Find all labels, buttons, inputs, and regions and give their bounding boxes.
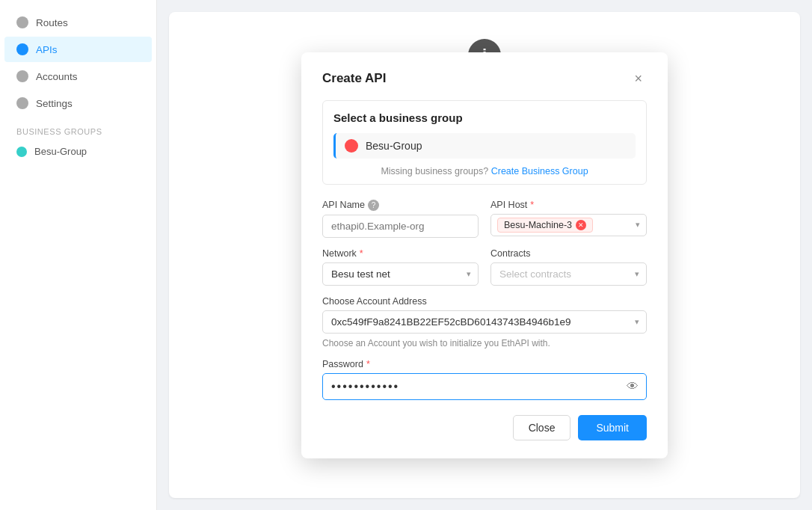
apis-icon [16, 43, 28, 55]
sidebar-item-label: Settings [36, 98, 73, 109]
password-input[interactable] [322, 373, 647, 400]
sidebar-item-apis[interactable]: APIs [4, 37, 152, 62]
api-host-label: API Host * [490, 200, 647, 210]
api-host-tag-remove[interactable]: ✕ [576, 220, 586, 230]
sidebar-item-label: APIs [36, 44, 58, 55]
group-item-label: Besu-Group [34, 146, 87, 157]
modal-title: Create API [322, 71, 386, 86]
api-host-required: * [530, 200, 534, 210]
account-address-label: Choose Account Address [322, 296, 647, 307]
sidebar-section-label: BUSINESS GROUPS [0, 117, 156, 139]
password-required: * [366, 359, 370, 369]
besu-group-icon [16, 147, 27, 157]
account-address-select[interactable]: 0xc549fF9a8241BB22EF52cBD60143743B4946b1… [322, 310, 647, 334]
business-group-name: Besu-Group [366, 140, 422, 152]
modal-footer: Close Submit [322, 415, 647, 440]
api-name-help-icon[interactable]: ? [368, 200, 379, 211]
submit-button[interactable]: Submit [578, 415, 647, 440]
close-button[interactable]: Close [513, 415, 571, 440]
api-name-input[interactable] [322, 215, 479, 238]
business-group-title: Select a business group [333, 111, 636, 124]
missing-groups-hint: Missing business groups? Create Business… [333, 166, 636, 176]
main-content: i Create API × Select a business group B… [157, 0, 812, 510]
sidebar-item-routes[interactable]: Routes [4, 10, 152, 35]
create-business-group-link[interactable]: Create Business Group [491, 166, 588, 176]
sidebar-item-settings[interactable]: Settings [4, 90, 152, 116]
business-group-option[interactable]: Besu-Group [333, 133, 636, 159]
network-select[interactable]: Besu test net [322, 262, 479, 286]
password-row: Password * 👁 [322, 359, 647, 400]
routes-icon [16, 16, 28, 28]
network-field: Network * Besu test net ▾ [322, 248, 479, 286]
sidebar-group-besu[interactable]: Besu-Group [4, 140, 152, 163]
create-api-modal: Create API × Select a business group Bes… [301, 52, 668, 458]
api-host-chevron-icon: ▾ [636, 220, 640, 230]
form-row-network: Network * Besu test net ▾ Contracts [322, 248, 647, 286]
api-name-label: API Name ? [322, 200, 479, 211]
business-group-dot [345, 139, 358, 153]
sidebar-item-accounts[interactable]: Accounts [4, 64, 152, 89]
modal-overlay: Create API × Select a business group Bes… [157, 0, 812, 510]
sidebar: Routes APIs Accounts Settings BUSINESS G… [0, 0, 157, 510]
modal-close-button[interactable]: × [630, 70, 647, 87]
business-group-section: Select a business group Besu-Group Missi… [322, 100, 647, 185]
accounts-icon [16, 70, 28, 82]
password-eye-icon[interactable]: 👁 [627, 380, 639, 393]
settings-icon [16, 97, 28, 109]
form-row-api: API Name ? API Host * Besu-Machine-3 ✕ [322, 200, 647, 238]
api-host-tag: Besu-Machine-3 ✕ [497, 218, 593, 233]
contracts-label: Contracts [490, 248, 647, 259]
contracts-select[interactable]: Select contracts [490, 262, 647, 286]
account-address-select-wrapper: 0xc549fF9a8241BB22EF52cBD60143743B4946b1… [322, 310, 647, 334]
api-name-field: API Name ? [322, 200, 479, 238]
contracts-select-wrapper: Select contracts ▾ [490, 262, 647, 286]
network-select-wrapper: Besu test net ▾ [322, 262, 479, 286]
api-host-field: API Host * Besu-Machine-3 ✕ ▾ [490, 200, 647, 238]
sidebar-item-label: Routes [36, 17, 68, 28]
network-required: * [360, 248, 363, 259]
password-wrapper: 👁 [322, 373, 647, 400]
contracts-field: Contracts Select contracts ▾ [490, 248, 647, 286]
modal-header: Create API × [322, 70, 647, 87]
account-address-hint: Choose an Account you wish to initialize… [322, 338, 647, 348]
api-host-input-wrapper[interactable]: Besu-Machine-3 ✕ ▾ [490, 214, 647, 236]
account-address-row: Choose Account Address 0xc549fF9a8241BB2… [322, 296, 647, 334]
password-label: Password * [322, 359, 647, 369]
sidebar-item-label: Accounts [36, 71, 78, 82]
network-label: Network * [322, 248, 479, 259]
